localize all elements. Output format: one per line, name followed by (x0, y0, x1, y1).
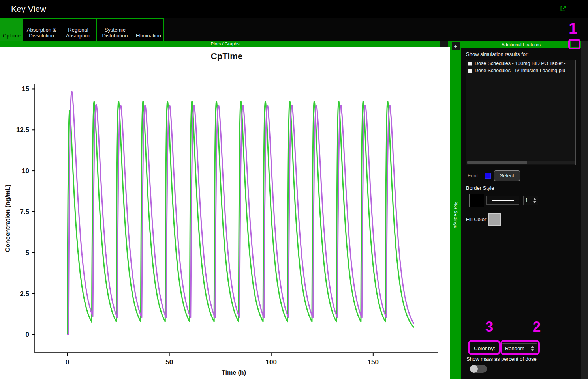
toggle-knob (470, 365, 478, 373)
svg-text:10: 10 (22, 167, 29, 175)
cptime-plot-svg: 02.557.51012.515050100150CpTimeTime (h)C… (0, 47, 450, 377)
svg-text:5: 5 (26, 249, 29, 257)
tab-elimination[interactable]: Elimination (133, 18, 164, 41)
svg-text:100: 100 (266, 358, 277, 366)
window-title: Key View (11, 4, 46, 14)
tab-regional-absorption[interactable]: Regional Absorption (60, 18, 97, 41)
plot-settings-strip-body[interactable]: Plot Settings (453, 50, 458, 379)
collapse-plots-button[interactable]: - (440, 41, 448, 47)
additional-features-body: Show simulation results for: Dose Schedu… (461, 48, 581, 379)
collapse-additional-features-button[interactable]: - (571, 41, 579, 47)
svg-text:0: 0 (66, 358, 69, 366)
color-by-value: Random (505, 345, 524, 351)
svg-text:150: 150 (368, 358, 379, 366)
svg-text:Time (h): Time (h) (222, 369, 246, 376)
fill-color-swatch[interactable] (488, 213, 501, 226)
plots-graphs-panel: Plots / Graphs - 02.557.51012.5150501001… (0, 41, 450, 379)
line-style-select[interactable] (486, 196, 519, 205)
svg-text:7.5: 7.5 (20, 208, 29, 216)
svg-text:CpTime: CpTime (211, 51, 242, 61)
mass-percent-toggle[interactable] (470, 365, 487, 373)
additional-features-title: Additional Features (502, 42, 541, 47)
spinner-arrows-icon[interactable] (533, 198, 536, 203)
view-tabs: CpTimeAbsorption & DissolutionRegional A… (0, 18, 588, 41)
result-checkbox[interactable] (468, 62, 472, 66)
show-results-label: Show simulation results for: (466, 51, 576, 57)
window-right-gutter (581, 41, 588, 379)
color-by-select[interactable]: Random (502, 343, 537, 354)
simulation-results-list[interactable]: Dose Schedules - 100mg BID PO Tablet -Do… (466, 60, 576, 165)
mass-percent-label: Show mass as percent of dose (466, 356, 537, 362)
result-list-item[interactable]: Dose Schedules - IV Infusion Loading plu (466, 67, 575, 74)
additional-features-header: Additional Features - (461, 41, 581, 48)
border-width-spinner[interactable]: 1 (523, 196, 538, 205)
border-color-swatch[interactable] (469, 194, 484, 207)
result-item-label: Dose Schedules - IV Infusion Loading plu (475, 68, 565, 73)
border-width-value: 1 (525, 198, 528, 203)
font-color-swatch[interactable] (485, 173, 491, 179)
plots-graphs-header: Plots / Graphs - (0, 41, 450, 47)
fill-color-label: Fill Color (466, 217, 486, 222)
additional-features-panel: Additional Features - Show simulation re… (461, 41, 581, 379)
tab-cptime[interactable]: CpTime (0, 18, 23, 41)
border-style-label: Border Style (466, 185, 576, 191)
font-label: Font: (468, 173, 479, 179)
svg-text:2.5: 2.5 (20, 290, 29, 298)
cptime-chart: 02.557.51012.515050100150CpTimeTime (h)C… (0, 47, 450, 379)
list-scrollbar-thumb[interactable] (467, 161, 527, 164)
main-content: Plots / Graphs - 02.557.51012.5150501001… (0, 41, 588, 379)
plot-settings-strip-label: Plot Settings (453, 201, 458, 228)
tab-systemic-distribution[interactable]: Systemic Distribution (96, 18, 133, 41)
color-by-label: Color by: (469, 342, 500, 356)
result-item-label: Dose Schedules - 100mg BID PO Tablet - (475, 61, 565, 66)
list-horizontal-scrollbar[interactable] (467, 161, 575, 164)
open-external-icon[interactable] (560, 5, 567, 12)
border-style-row: 1 (469, 194, 576, 207)
svg-text:0: 0 (26, 331, 29, 338)
svg-text:Concentration (ng/mL): Concentration (ng/mL) (4, 185, 11, 252)
title-bar: Key View (0, 0, 588, 18)
select-arrows-icon (531, 346, 534, 351)
plot-settings-strip: + Plot Settings (450, 41, 461, 379)
font-select-button[interactable]: Select (494, 170, 520, 181)
tab-absorption-dissolution[interactable]: Absorption & Dissolution (23, 18, 60, 41)
fill-color-row: Fill Color (466, 213, 576, 226)
plots-graphs-title: Plots / Graphs (211, 41, 240, 46)
font-row: Font: Select (468, 170, 576, 181)
svg-text:15: 15 (22, 85, 29, 93)
svg-text:12.5: 12.5 (16, 126, 29, 134)
key-view-window: Key View CpTimeAbsorption & DissolutionR… (0, 0, 588, 379)
expand-plot-settings-button[interactable]: + (452, 42, 460, 50)
result-list-item[interactable]: Dose Schedules - 100mg BID PO Tablet - (466, 60, 575, 67)
line-style-sample (492, 200, 514, 201)
result-checkbox[interactable] (468, 69, 472, 73)
svg-text:50: 50 (165, 358, 173, 366)
